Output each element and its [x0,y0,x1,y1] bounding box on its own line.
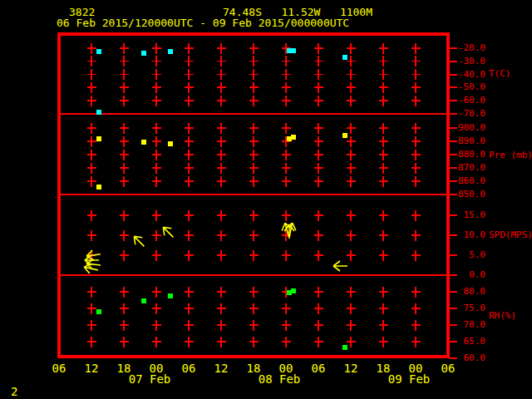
grid-tick-cross [87,210,96,221]
temp-data-point [141,51,146,56]
x-tick-label: 06 [437,362,459,374]
grid-tick-cross [152,210,161,221]
grid-tick-cross [87,43,96,54]
grid-tick-cross [87,69,96,80]
grid-tick-cross [314,43,323,54]
grid-tick-cross [120,69,129,80]
grid-tick-cross [379,176,388,187]
grid-tick-cross [314,82,323,93]
grid-tick-cross [411,210,421,221]
grid-tick-cross [282,320,291,331]
grid-tick-cross [217,250,226,261]
pressure-data-point [342,133,347,138]
panel-divider [61,194,446,195]
y-tick-label: 870.0 [456,163,485,173]
grid-tick-cross [152,56,161,66]
grid-tick-cross [282,337,291,347]
grid-tick-cross [411,96,421,106]
y-tick-label: 10.0 [456,230,485,240]
grid-tick-cross [217,303,226,314]
grid-tick-cross [249,123,259,134]
grid-tick-cross [120,150,129,160]
grid-tick-cross [87,287,96,298]
grid-tick-cross [411,136,421,147]
grid-tick-cross [379,210,388,221]
y-tick-label: -60.0 [456,96,485,106]
grid-tick-cross [152,320,161,331]
y-tick-label: 900.0 [456,123,485,133]
grid-tick-cross [87,123,96,134]
grid-tick-cross [347,69,356,80]
grid-tick-cross [87,337,96,347]
rh-data-point [141,298,146,303]
rh-data-point [168,293,173,298]
grid-tick-cross [314,150,323,160]
grid-tick-cross [120,337,129,347]
y-tick-label: 0.0 [456,270,485,280]
grid-tick-cross [347,43,356,54]
grid-tick-cross [217,96,226,106]
grid-tick-cross [249,230,259,241]
x-tick-label: 12 [81,362,102,374]
grid-tick-cross [379,320,388,331]
x-tick-label: 06 [178,362,200,374]
panel-label: RH(%) [489,311,516,321]
y-tick-label: -30.0 [456,57,485,66]
grid-tick-cross [185,123,194,134]
grid-tick-cross [347,287,356,298]
grid-tick-cross [282,82,291,93]
grid-tick-cross [379,43,388,54]
y-tick-label: 60.0 [456,353,485,363]
grid-tick-cross [120,210,129,221]
grid-tick-cross [411,337,421,347]
grid-tick-cross [152,69,161,80]
grid-tick-cross [152,176,161,187]
grid-tick-cross [120,176,129,187]
grid-tick-cross [185,320,194,331]
grid-tick-cross [347,150,356,160]
wind-arrow [80,258,101,279]
grid-tick-cross [217,150,226,160]
grid-tick-cross [314,56,323,66]
y-tick-label: 75.0 [456,303,485,313]
grid-tick-cross [87,176,96,187]
grid-tick-cross [314,210,323,221]
grid-tick-cross [185,163,194,174]
grid-tick-cross [379,82,388,93]
y-tick-label: 80.0 [456,287,485,297]
grid-tick-cross [249,96,259,106]
grid-tick-cross [379,230,388,241]
grid-tick-cross [185,287,194,298]
temp-data-point [291,48,296,53]
grid-tick-cross [152,123,161,134]
temp-data-point [342,55,347,60]
grid-tick-cross [185,96,194,106]
y-tick-label: 5.0 [456,250,485,260]
grid-tick-cross [249,287,259,298]
y-tick-label: 880.0 [456,150,485,160]
grid-tick-cross [411,150,421,160]
grid-tick-cross [185,337,194,347]
grid-tick-cross [379,123,388,134]
grid-tick-cross [120,43,129,54]
pressure-data-point [168,141,173,146]
grid-tick-cross [217,337,226,347]
grid-tick-cross [152,303,161,314]
grid-tick-cross [87,136,96,147]
grid-tick-cross [347,82,356,93]
panel-divider [61,274,446,276]
grid-tick-cross [249,303,259,314]
grid-tick-cross [249,163,259,174]
grid-tick-cross [249,150,259,160]
grid-tick-cross [217,210,226,221]
grid-tick-cross [185,303,194,314]
grid-tick-cross [185,136,194,147]
grid-tick-cross [347,230,356,241]
grid-tick-cross [249,320,259,331]
grid-tick-cross [249,250,259,261]
grid-tick-cross [185,210,194,221]
grid-tick-cross [217,163,226,174]
temp-data-point [96,110,101,115]
grid-tick-cross [87,150,96,160]
grid-tick-cross [347,337,356,347]
